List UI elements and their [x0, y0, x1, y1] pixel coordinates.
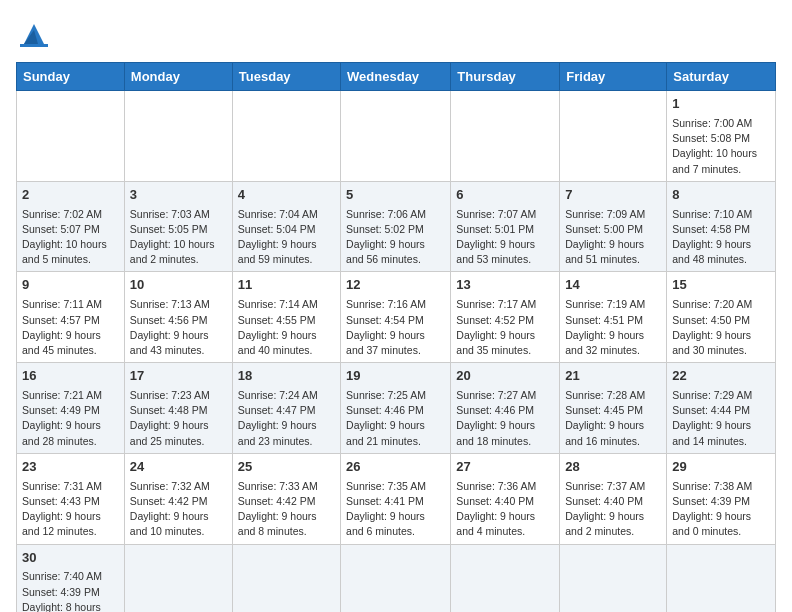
day-number: 20 [456, 367, 554, 386]
day-number: 10 [130, 276, 227, 295]
calendar-cell [451, 544, 560, 612]
day-number: 23 [22, 458, 119, 477]
weekday-row: SundayMondayTuesdayWednesdayThursdayFrid… [17, 63, 776, 91]
calendar-cell: 1Sunrise: 7:00 AM Sunset: 5:08 PM Daylig… [667, 91, 776, 182]
logo-icon [16, 16, 52, 52]
day-info: Sunrise: 7:17 AM Sunset: 4:52 PM Dayligh… [456, 297, 554, 358]
day-number: 27 [456, 458, 554, 477]
day-info: Sunrise: 7:07 AM Sunset: 5:01 PM Dayligh… [456, 207, 554, 268]
day-info: Sunrise: 7:13 AM Sunset: 4:56 PM Dayligh… [130, 297, 227, 358]
day-info: Sunrise: 7:10 AM Sunset: 4:58 PM Dayligh… [672, 207, 770, 268]
calendar-cell: 13Sunrise: 7:17 AM Sunset: 4:52 PM Dayli… [451, 272, 560, 363]
day-info: Sunrise: 7:40 AM Sunset: 4:39 PM Dayligh… [22, 569, 119, 612]
weekday-header-tuesday: Tuesday [232, 63, 340, 91]
day-info: Sunrise: 7:06 AM Sunset: 5:02 PM Dayligh… [346, 207, 445, 268]
calendar-cell: 2Sunrise: 7:02 AM Sunset: 5:07 PM Daylig… [17, 181, 125, 272]
calendar-cell: 21Sunrise: 7:28 AM Sunset: 4:45 PM Dayli… [560, 363, 667, 454]
header [16, 16, 776, 52]
day-number: 25 [238, 458, 335, 477]
day-info: Sunrise: 7:23 AM Sunset: 4:48 PM Dayligh… [130, 388, 227, 449]
calendar-cell: 3Sunrise: 7:03 AM Sunset: 5:05 PM Daylig… [124, 181, 232, 272]
day-info: Sunrise: 7:36 AM Sunset: 4:40 PM Dayligh… [456, 479, 554, 540]
day-number: 21 [565, 367, 661, 386]
day-info: Sunrise: 7:19 AM Sunset: 4:51 PM Dayligh… [565, 297, 661, 358]
calendar-cell: 12Sunrise: 7:16 AM Sunset: 4:54 PM Dayli… [341, 272, 451, 363]
day-info: Sunrise: 7:04 AM Sunset: 5:04 PM Dayligh… [238, 207, 335, 268]
day-number: 6 [456, 186, 554, 205]
day-number: 30 [22, 549, 119, 568]
svg-rect-2 [20, 44, 48, 47]
calendar-cell [667, 544, 776, 612]
day-number: 14 [565, 276, 661, 295]
logo [16, 16, 56, 52]
weekday-header-saturday: Saturday [667, 63, 776, 91]
day-number: 29 [672, 458, 770, 477]
day-number: 7 [565, 186, 661, 205]
day-info: Sunrise: 7:31 AM Sunset: 4:43 PM Dayligh… [22, 479, 119, 540]
day-number: 5 [346, 186, 445, 205]
day-number: 12 [346, 276, 445, 295]
calendar-cell: 5Sunrise: 7:06 AM Sunset: 5:02 PM Daylig… [341, 181, 451, 272]
day-info: Sunrise: 7:14 AM Sunset: 4:55 PM Dayligh… [238, 297, 335, 358]
day-info: Sunrise: 7:21 AM Sunset: 4:49 PM Dayligh… [22, 388, 119, 449]
page: SundayMondayTuesdayWednesdayThursdayFrid… [0, 0, 792, 612]
day-number: 28 [565, 458, 661, 477]
calendar-cell: 7Sunrise: 7:09 AM Sunset: 5:00 PM Daylig… [560, 181, 667, 272]
day-number: 9 [22, 276, 119, 295]
calendar-week-6: 30Sunrise: 7:40 AM Sunset: 4:39 PM Dayli… [17, 544, 776, 612]
day-number: 4 [238, 186, 335, 205]
day-info: Sunrise: 7:00 AM Sunset: 5:08 PM Dayligh… [672, 116, 770, 177]
day-number: 16 [22, 367, 119, 386]
day-info: Sunrise: 7:33 AM Sunset: 4:42 PM Dayligh… [238, 479, 335, 540]
day-info: Sunrise: 7:03 AM Sunset: 5:05 PM Dayligh… [130, 207, 227, 268]
day-number: 3 [130, 186, 227, 205]
calendar-cell [232, 91, 340, 182]
calendar-cell: 19Sunrise: 7:25 AM Sunset: 4:46 PM Dayli… [341, 363, 451, 454]
day-number: 19 [346, 367, 445, 386]
day-info: Sunrise: 7:28 AM Sunset: 4:45 PM Dayligh… [565, 388, 661, 449]
weekday-header-wednesday: Wednesday [341, 63, 451, 91]
day-info: Sunrise: 7:27 AM Sunset: 4:46 PM Dayligh… [456, 388, 554, 449]
calendar-cell: 29Sunrise: 7:38 AM Sunset: 4:39 PM Dayli… [667, 453, 776, 544]
calendar-cell: 25Sunrise: 7:33 AM Sunset: 4:42 PM Dayli… [232, 453, 340, 544]
day-number: 2 [22, 186, 119, 205]
day-number: 13 [456, 276, 554, 295]
calendar-cell: 4Sunrise: 7:04 AM Sunset: 5:04 PM Daylig… [232, 181, 340, 272]
calendar-cell: 24Sunrise: 7:32 AM Sunset: 4:42 PM Dayli… [124, 453, 232, 544]
calendar-week-5: 23Sunrise: 7:31 AM Sunset: 4:43 PM Dayli… [17, 453, 776, 544]
calendar-cell [17, 91, 125, 182]
calendar-cell: 28Sunrise: 7:37 AM Sunset: 4:40 PM Dayli… [560, 453, 667, 544]
day-number: 22 [672, 367, 770, 386]
calendar-cell: 30Sunrise: 7:40 AM Sunset: 4:39 PM Dayli… [17, 544, 125, 612]
calendar-cell: 10Sunrise: 7:13 AM Sunset: 4:56 PM Dayli… [124, 272, 232, 363]
day-number: 8 [672, 186, 770, 205]
day-number: 24 [130, 458, 227, 477]
calendar-cell [124, 91, 232, 182]
day-number: 11 [238, 276, 335, 295]
calendar-cell: 27Sunrise: 7:36 AM Sunset: 4:40 PM Dayli… [451, 453, 560, 544]
day-info: Sunrise: 7:32 AM Sunset: 4:42 PM Dayligh… [130, 479, 227, 540]
weekday-header-friday: Friday [560, 63, 667, 91]
calendar-week-4: 16Sunrise: 7:21 AM Sunset: 4:49 PM Dayli… [17, 363, 776, 454]
calendar-table: SundayMondayTuesdayWednesdayThursdayFrid… [16, 62, 776, 612]
calendar-cell: 22Sunrise: 7:29 AM Sunset: 4:44 PM Dayli… [667, 363, 776, 454]
calendar-body: 1Sunrise: 7:00 AM Sunset: 5:08 PM Daylig… [17, 91, 776, 613]
day-number: 1 [672, 95, 770, 114]
day-number: 15 [672, 276, 770, 295]
calendar-cell [341, 91, 451, 182]
calendar-cell [341, 544, 451, 612]
calendar-week-2: 2Sunrise: 7:02 AM Sunset: 5:07 PM Daylig… [17, 181, 776, 272]
calendar-cell: 20Sunrise: 7:27 AM Sunset: 4:46 PM Dayli… [451, 363, 560, 454]
day-info: Sunrise: 7:09 AM Sunset: 5:00 PM Dayligh… [565, 207, 661, 268]
calendar-week-1: 1Sunrise: 7:00 AM Sunset: 5:08 PM Daylig… [17, 91, 776, 182]
calendar-cell: 17Sunrise: 7:23 AM Sunset: 4:48 PM Dayli… [124, 363, 232, 454]
weekday-header-thursday: Thursday [451, 63, 560, 91]
day-info: Sunrise: 7:25 AM Sunset: 4:46 PM Dayligh… [346, 388, 445, 449]
calendar-week-3: 9Sunrise: 7:11 AM Sunset: 4:57 PM Daylig… [17, 272, 776, 363]
calendar-cell [451, 91, 560, 182]
calendar-cell [232, 544, 340, 612]
weekday-header-sunday: Sunday [17, 63, 125, 91]
calendar-cell: 18Sunrise: 7:24 AM Sunset: 4:47 PM Dayli… [232, 363, 340, 454]
day-info: Sunrise: 7:35 AM Sunset: 4:41 PM Dayligh… [346, 479, 445, 540]
day-info: Sunrise: 7:11 AM Sunset: 4:57 PM Dayligh… [22, 297, 119, 358]
